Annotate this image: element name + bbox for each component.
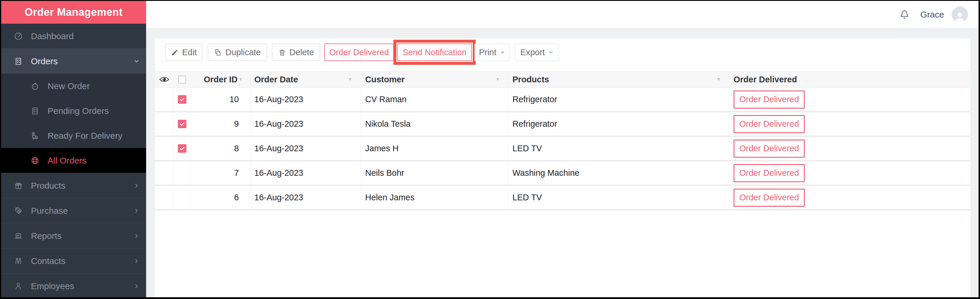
- order-id-cell: 6: [191, 186, 251, 209]
- row-order-delivered-button[interactable]: Order Delivered: [733, 91, 805, 109]
- avatar[interactable]: [952, 6, 968, 23]
- topbar: Grace: [146, 1, 978, 28]
- sidebar-item-products[interactable]: Products: [1, 173, 146, 198]
- chevron-right-icon: [133, 208, 140, 214]
- column-header-customer[interactable]: Customer▼: [361, 71, 508, 88]
- table-row: 8 16-Aug-2023 James H LED TV Order Deliv…: [155, 137, 970, 161]
- sidebar: Order Management Dashboard Orders New Or…: [1, 1, 146, 297]
- chevron-right-icon: [133, 258, 140, 264]
- user-name[interactable]: Grace: [920, 10, 944, 19]
- order-id-cell: 9: [191, 112, 251, 136]
- column-header-order-id[interactable]: Order ID▼: [191, 71, 251, 88]
- delete-button[interactable]: Delete: [272, 43, 320, 61]
- toolbar: Edit Duplicate Delete Order Delivered Se…: [155, 38, 970, 76]
- column-header-order-delivered: Order Delivered: [729, 71, 970, 88]
- order-date-cell: 16-Aug-2023: [251, 161, 361, 184]
- row-order-delivered-button[interactable]: Order Delivered: [733, 139, 805, 158]
- chevron-down-icon: [548, 50, 554, 55]
- purchase-icon: [14, 206, 23, 216]
- row-checkbox-cell[interactable]: [173, 112, 191, 136]
- eye-icon: [159, 76, 169, 83]
- order-id-cell: 7: [191, 161, 251, 184]
- row-checkbox-unchecked[interactable]: [178, 193, 186, 202]
- row-order-delivered-button[interactable]: Order Delivered: [733, 115, 805, 133]
- orders-table: Order ID▼ Order Date▼ Customer▼ Products…: [155, 71, 970, 211]
- bell-icon[interactable]: [899, 10, 909, 20]
- checkbox-unchecked[interactable]: [178, 76, 186, 83]
- row-checkbox-checked[interactable]: [178, 144, 186, 153]
- customer-cell: James H: [361, 137, 508, 160]
- app-window: Order Management Dashboard Orders New Or…: [0, 0, 980, 299]
- pending-orders-icon: [30, 106, 40, 116]
- sidebar-item-reports[interactable]: Reports: [1, 223, 146, 248]
- row-order-delivered-button[interactable]: Order Delivered: [733, 189, 805, 207]
- column-header-products[interactable]: Products▼: [508, 71, 729, 88]
- chevron-right-icon: [133, 283, 140, 289]
- order-delivered-toolbar-button[interactable]: Order Delivered: [325, 43, 394, 61]
- sidebar-nav: Dashboard Orders New Order Pending Order…: [1, 24, 146, 297]
- table-row: 6 16-Aug-2023 Helen James LED TV Order D…: [155, 186, 970, 211]
- sort-triangle-icon[interactable]: ▼: [495, 77, 500, 82]
- column-header-order-date[interactable]: Order Date▼: [251, 71, 361, 88]
- chevron-right-icon: [133, 182, 140, 189]
- reports-icon: [14, 231, 23, 241]
- sidebar-item-purchase[interactable]: Purchase: [1, 198, 146, 223]
- ready-for-delivery-icon: [30, 131, 40, 141]
- sort-triangle-icon[interactable]: ▼: [348, 77, 352, 82]
- order-date-cell: 16-Aug-2023: [251, 186, 361, 209]
- duplicate-icon: [214, 48, 222, 56]
- sidebar-item-employees[interactable]: Employees: [1, 273, 146, 297]
- row-checkbox-cell[interactable]: [173, 88, 191, 111]
- row-checkbox-checked[interactable]: [178, 120, 186, 128]
- pencil-icon: [171, 48, 179, 56]
- order-date-cell: 16-Aug-2023: [251, 112, 361, 136]
- order-date-cell: 16-Aug-2023: [251, 88, 361, 111]
- sidebar-item-pending-orders[interactable]: Pending Orders: [1, 98, 146, 123]
- sort-triangle-icon[interactable]: ▼: [716, 77, 721, 82]
- export-button[interactable]: Export: [515, 43, 559, 61]
- products-cell: LED TV: [508, 137, 729, 160]
- edit-button[interactable]: Edit: [165, 43, 202, 61]
- main-panel: Edit Duplicate Delete Order Delivered Se…: [155, 38, 970, 297]
- print-button[interactable]: Print: [474, 43, 509, 61]
- products-cell: Refrigerator: [508, 112, 729, 136]
- sidebar-item-new-order[interactable]: New Order: [1, 74, 146, 98]
- customer-cell: CV Raman: [361, 88, 508, 111]
- table-header-row: Order ID▼ Order Date▼ Customer▼ Products…: [155, 71, 970, 88]
- sidebar-item-dashboard[interactable]: Dashboard: [1, 24, 146, 48]
- send-notification-button[interactable]: Send Notification: [397, 43, 472, 61]
- sidebar-item-all-orders[interactable]: All Orders: [1, 148, 146, 173]
- customer-cell: Nikola Tesla: [361, 112, 508, 136]
- products-icon: [14, 181, 23, 190]
- chevron-right-icon: [133, 233, 140, 239]
- duplicate-button[interactable]: Duplicate: [208, 43, 267, 61]
- contacts-icon: [14, 256, 23, 266]
- row-checkbox-checked[interactable]: [178, 95, 186, 104]
- products-cell: LED TV: [508, 186, 729, 209]
- sort-triangle-icon[interactable]: ▼: [238, 77, 243, 82]
- sidebar-item-contacts[interactable]: Contacts: [1, 248, 146, 273]
- show-hide-columns-button[interactable]: [155, 71, 173, 88]
- highlight-annotation: Send Notification: [393, 40, 476, 65]
- screen: Order Management Dashboard Orders New Or…: [1, 1, 978, 297]
- sidebar-item-orders[interactable]: Orders: [1, 48, 146, 74]
- orders-icon: [14, 57, 23, 66]
- row-checkbox-cell[interactable]: [173, 137, 191, 160]
- sidebar-item-ready-for-delivery[interactable]: Ready For Delivery: [1, 123, 146, 148]
- row-checkbox-unchecked[interactable]: [178, 169, 186, 177]
- order-id-cell: 10: [191, 88, 251, 111]
- row-checkbox-cell[interactable]: [173, 161, 191, 184]
- select-all-checkbox[interactable]: [173, 71, 191, 88]
- row-checkbox-cell[interactable]: [173, 186, 191, 209]
- sidebar-header: Order Management: [1, 1, 146, 24]
- order-date-cell: 16-Aug-2023: [251, 137, 361, 160]
- table-row: 10 16-Aug-2023 CV Raman Refrigerator Ord…: [155, 88, 970, 112]
- trash-icon: [278, 48, 286, 56]
- employees-icon: [14, 281, 23, 291]
- customer-cell: Helen James: [361, 186, 508, 209]
- new-order-icon: [30, 82, 40, 91]
- all-orders-icon: [30, 156, 40, 165]
- row-order-delivered-button[interactable]: Order Delivered: [733, 164, 805, 182]
- chevron-down-icon: [133, 58, 140, 64]
- products-cell: Refrigerator: [508, 88, 729, 111]
